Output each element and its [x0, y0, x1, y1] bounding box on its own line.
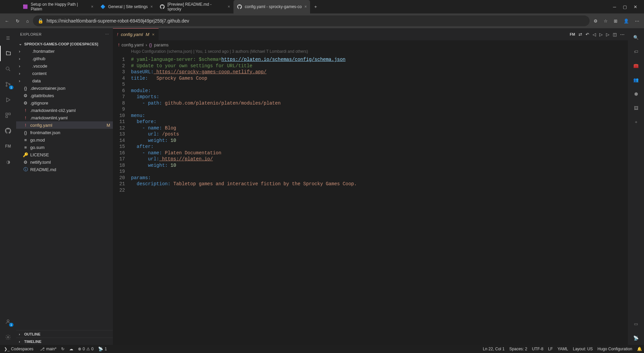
compare-icon[interactable]: ⇄: [578, 32, 582, 37]
explorer-icon[interactable]: [0, 46, 16, 61]
repo-header[interactable]: ⌄ SPROCKY-GAMES-COOP [CODESPACES]: [16, 40, 113, 47]
run-icon[interactable]: ▷: [606, 32, 609, 37]
toolbox-icon[interactable]: 🧰: [628, 58, 644, 73]
back-icon[interactable]: ←: [5, 18, 9, 24]
gear-icon[interactable]: [0, 329, 16, 345]
plus-icon[interactable]: ＋: [628, 115, 644, 129]
folder-item[interactable]: ›.frontmatter: [16, 47, 113, 55]
fm-icon[interactable]: FM: [0, 139, 16, 154]
timeline-section[interactable]: ›TIMELINE: [16, 338, 113, 345]
sync-button[interactable]: ↻: [61, 347, 65, 351]
minimap[interactable]: [591, 55, 628, 345]
folder-item[interactable]: ›.github: [16, 55, 113, 62]
breadcrumb[interactable]: ! config.yaml › {} params: [113, 40, 628, 49]
close-icon[interactable]: ×: [151, 4, 153, 9]
outline-section[interactable]: ›OUTLINE: [16, 330, 113, 338]
explorer-sidebar: EXPLORER ⋯ ⌄ SPROCKY-GAMES-COOP [CODESPA…: [16, 28, 113, 345]
file-item[interactable]: !config.yamlM: [16, 121, 113, 129]
chevron-right-icon: ›: [19, 64, 23, 69]
file-name: .markdownlint.yaml: [30, 115, 68, 120]
chevron-right-icon: ›: [19, 71, 23, 76]
favorites-icon[interactable]: ☆: [604, 18, 608, 24]
folder-item[interactable]: ›data: [16, 77, 113, 84]
folder-item[interactable]: ›content: [16, 70, 113, 77]
search-icon[interactable]: 🔍: [628, 30, 644, 44]
avatar[interactable]: 👤: [624, 18, 629, 24]
code-area[interactable]: 12345678910111213141516171819202122 # ya…: [113, 55, 628, 345]
chevron-right-icon: ›: [19, 49, 23, 54]
github-icon[interactable]: [0, 123, 16, 139]
file-item[interactable]: ⚙.gitattributes: [16, 92, 113, 99]
browser-tab-netlify[interactable]: 🔷 General | Site settings ×: [97, 0, 156, 13]
image-icon[interactable]: 🖼: [628, 101, 644, 115]
close-icon[interactable]: ×: [304, 4, 307, 9]
browser-tab-platen[interactable]: 🟪 Setup on the Happy Path | Platen ×: [19, 0, 97, 13]
file-item[interactable]: ≡go.sum: [16, 144, 113, 151]
schema-button[interactable]: Hugo Configuration: [598, 347, 632, 351]
explorer-title: EXPLORER: [20, 32, 42, 36]
account-icon[interactable]: 1: [0, 314, 16, 329]
menu-icon[interactable]: ⋯: [635, 18, 639, 24]
new-tab-button[interactable]: ＋: [310, 0, 321, 13]
extension-icon[interactable]: ⚙: [594, 18, 598, 24]
collections-icon[interactable]: ⊞: [614, 18, 617, 24]
live-share-icon[interactable]: ◑: [0, 154, 16, 169]
indent-button[interactable]: Spaces: 2: [509, 347, 527, 351]
file-icon: !: [23, 115, 28, 120]
home-icon[interactable]: ⌂: [26, 18, 29, 24]
run-debug-icon[interactable]: [0, 92, 16, 108]
file-name: frontmatter.json: [30, 130, 60, 135]
file-item[interactable]: ⚙.gitignore: [16, 99, 113, 107]
source-control-icon[interactable]: 1: [0, 77, 16, 92]
code-lines[interactable]: # yaml-language-server: $schema=https://…: [131, 55, 628, 345]
address-bar[interactable]: 🔒 https://michaeltlombardi-supreme-robot…: [33, 15, 590, 26]
split-icon[interactable]: ◫: [613, 32, 617, 37]
nav-fwd-icon[interactable]: ▷: [599, 32, 603, 37]
refresh-icon[interactable]: ↻: [16, 18, 19, 24]
cursor-position[interactable]: Ln 22, Col 1: [483, 347, 505, 351]
browser-tab-config[interactable]: config.yaml - sprocky-games-co ×: [233, 0, 310, 13]
more-icon[interactable]: ⋯: [105, 32, 109, 37]
editor-tab-config[interactable]: ! config.yaml M ×: [113, 28, 159, 40]
codespaces-button[interactable]: ❯_ Codespaces: [2, 347, 35, 351]
close-icon[interactable]: ×: [91, 4, 93, 9]
file-item[interactable]: !.markdownlint-cli2.yaml: [16, 107, 113, 114]
file-item[interactable]: 🔑LICENSE: [16, 151, 113, 158]
cloud-icon[interactable]: ☁: [69, 347, 73, 351]
file-item[interactable]: ⓘREADME.md: [16, 166, 113, 173]
close-icon[interactable]: ×: [152, 32, 155, 37]
folder-item[interactable]: ›.vscode: [16, 62, 113, 70]
minimize-icon[interactable]: ─: [613, 4, 616, 9]
nav-back-icon[interactable]: ◁: [593, 32, 596, 37]
notifications-icon[interactable]: 🔔: [637, 347, 642, 351]
close-icon[interactable]: ✕: [634, 4, 637, 9]
broadcast-icon[interactable]: 📡: [628, 331, 644, 345]
browser-tabs: 🟪 Setup on the Happy Path | Platen × 🔷 G…: [3, 0, 609, 13]
language-button[interactable]: YAML: [557, 347, 568, 351]
file-item[interactable]: {}.devcontainer.json: [16, 84, 113, 92]
extensions-icon[interactable]: [0, 108, 16, 123]
fm-icon[interactable]: FM: [570, 32, 575, 36]
browser-tab-readme[interactable]: [Preview] README.md - sprocky ×: [156, 0, 233, 13]
close-icon[interactable]: ×: [228, 4, 230, 9]
panel-icon[interactable]: ▭: [628, 317, 644, 331]
eol-button[interactable]: LF: [548, 347, 553, 351]
encoding-button[interactable]: UTF-8: [532, 347, 543, 351]
menu-icon[interactable]: ☰: [0, 30, 16, 46]
hex-icon[interactable]: ⬢: [628, 87, 644, 101]
file-item[interactable]: ⚙netlify.toml: [16, 158, 113, 166]
group-icon[interactable]: 👥: [628, 73, 644, 87]
codelens[interactable]: Hugo Configuration (schema.json) | You, …: [131, 49, 628, 55]
file-item[interactable]: ≡go.mod: [16, 136, 113, 144]
branch-button[interactable]: ⎇ main*: [40, 347, 56, 351]
layout-button[interactable]: Layout: US: [573, 347, 593, 351]
tag-icon[interactable]: 🏷: [628, 44, 644, 58]
maximize-icon[interactable]: ▢: [623, 4, 627, 9]
ports-button[interactable]: 📡 1: [98, 347, 107, 351]
file-item[interactable]: {}frontmatter.json: [16, 129, 113, 136]
more-icon[interactable]: ⋯: [620, 32, 625, 37]
revert-icon[interactable]: ↶: [586, 32, 589, 37]
search-icon[interactable]: [0, 61, 16, 77]
file-item[interactable]: !.markdownlint.yaml: [16, 114, 113, 121]
problems-button[interactable]: ⊗ 0 ⚠ 0: [78, 347, 93, 351]
